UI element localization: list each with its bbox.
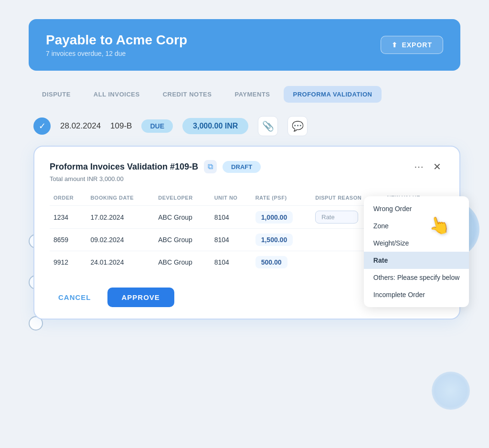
chat-icon: 💬: [292, 120, 304, 132]
tab-dispute[interactable]: DISPUTE: [32, 86, 80, 103]
cell-unit-no: 8104: [211, 206, 252, 229]
disput-reason-input[interactable]: Rate: [315, 211, 358, 224]
modal-header: Proforma Invoices Validation #109-B ⧉ DR…: [50, 160, 444, 173]
dropdown-menu: Wrong Order Zone Weight/Size Rate Others…: [364, 196, 469, 307]
chat-button[interactable]: 💬: [287, 116, 308, 136]
draft-badge: DRAFT: [223, 161, 261, 173]
cell-unit-no: 8104: [211, 229, 252, 251]
header-card: Payable to Acme Corp 7 invoices overdue,…: [29, 19, 460, 71]
dropdown-item-wrong-order[interactable]: Wrong Order: [364, 200, 469, 217]
cell-rate: 1,500.00: [252, 229, 312, 251]
header-info: Payable to Acme Corp 7 invoices overdue,…: [46, 32, 187, 57]
dropdown-item-incomplete-order[interactable]: Incomplete Order: [364, 286, 469, 303]
paperclip-icon: 📎: [262, 120, 274, 132]
table-row: 1234 17.02.2024 ABC Group 8104 1,000.00 …: [50, 206, 444, 229]
header-subtitle: 7 invoices overdue, 12 due: [46, 50, 187, 57]
modal-title-group: Proforma Invoices Validation #109-B ⧉ DR…: [50, 160, 261, 173]
cell-order: 9912: [50, 251, 86, 274]
checkbox-checked[interactable]: ✓: [33, 117, 51, 135]
invoice-date: 28.02.2024: [60, 121, 101, 131]
cell-developer: ABC Group: [154, 229, 210, 251]
cell-booking-date: 24.01.2024: [86, 251, 154, 274]
invoice-number: 109-B: [110, 121, 132, 131]
cell-booking-date: 09.02.2024: [86, 229, 154, 251]
col-order: ORDER: [50, 192, 86, 206]
status-badge: DUE: [141, 119, 173, 133]
tab-proforma-validation[interactable]: PROFORMA VALIDATION: [284, 86, 382, 103]
modal-title: Proforma Invoices Validation #109-B: [50, 162, 198, 172]
page-title: Payable to Acme Corp: [46, 32, 187, 48]
invoice-row: ✓ 28.02.2024 109-B DUE 3,000.00 INR 📎 💬: [29, 116, 460, 136]
cell-disput-reason: Rate 👆 Wrong Order Zone Weight/Size Rate…: [311, 206, 383, 229]
rate-value: 1,500.00: [255, 234, 293, 246]
cell-order: 1234: [50, 206, 86, 229]
dropdown-item-weight-size[interactable]: Weight/Size: [364, 235, 469, 252]
modal-card: Proforma Invoices Validation #109-B ⧉ DR…: [33, 146, 460, 320]
cell-unit-no: 8104: [211, 251, 252, 274]
modal-actions: ⋯ ✕: [411, 160, 444, 173]
col-developer: DEVELOPER: [154, 192, 210, 206]
copy-icon[interactable]: ⧉: [204, 160, 217, 173]
rate-value: 1,000.00: [255, 211, 293, 224]
tab-credit-notes[interactable]: CREDIT NOTES: [153, 86, 222, 103]
invoice-table: ORDER BOOKING DATE DEVELOPER UNIT NO RAT…: [50, 192, 444, 273]
export-icon: ⬆: [392, 41, 398, 49]
cell-rate: 500.00: [252, 251, 312, 274]
export-button[interactable]: ⬆ EXPORT: [381, 36, 443, 54]
dropdown-item-others[interactable]: Others: Please specify below: [364, 269, 469, 286]
col-unit-no: UNIT NO: [211, 192, 252, 206]
tab-all-invoices[interactable]: ALL INVOICES: [84, 86, 149, 103]
col-rate: RATE (PSF): [252, 192, 312, 206]
approve-button[interactable]: APPROVE: [107, 288, 174, 307]
cell-order: 8659: [50, 229, 86, 251]
cell-developer: ABC Group: [154, 206, 210, 229]
close-button[interactable]: ✕: [430, 160, 444, 173]
more-options-button[interactable]: ⋯: [411, 160, 426, 173]
rate-value: 500.00: [255, 256, 287, 268]
dropdown-item-rate[interactable]: Rate: [364, 252, 469, 269]
cell-rate: 1,000.00: [252, 206, 312, 229]
cancel-button[interactable]: CANCEL: [50, 288, 100, 306]
col-booking-date: BOOKING DATE: [86, 192, 154, 206]
tabs-row: DISPUTE ALL INVOICES CREDIT NOTES PAYMEN…: [29, 86, 460, 103]
dropdown-item-zone[interactable]: Zone: [364, 217, 469, 235]
attachment-button[interactable]: 📎: [258, 116, 278, 136]
tab-payments[interactable]: PAYMENTS: [225, 86, 279, 103]
modal-subtitle: Total amount INR 3,000.00: [50, 175, 444, 182]
export-label: EXPORT: [402, 41, 432, 49]
cell-booking-date: 17.02.2024: [86, 206, 154, 229]
amount-badge: 3,000.00 INR: [182, 118, 248, 134]
cell-developer: ABC Group: [154, 251, 210, 274]
